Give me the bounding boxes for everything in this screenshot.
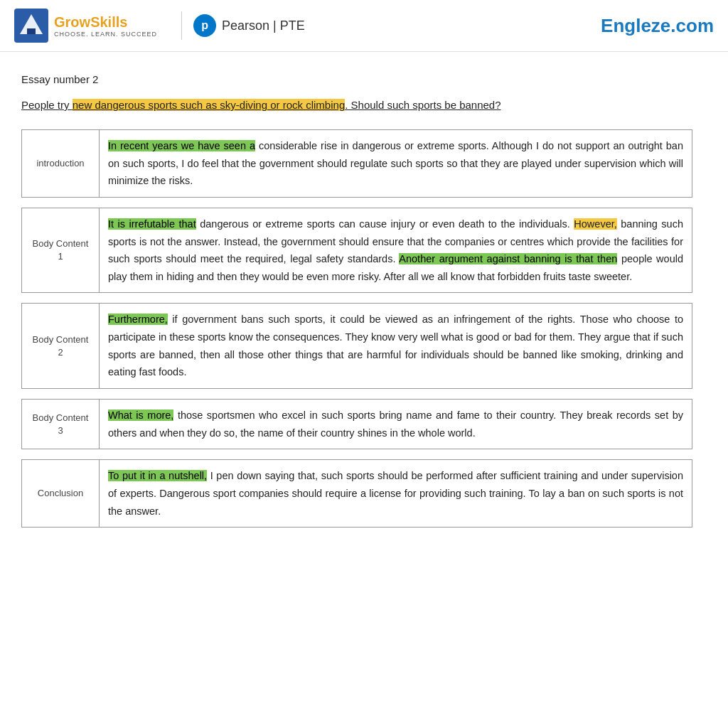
introduction-section: introduction In recent years we have see… [21,129,692,198]
body3-section: Body Content3 What is more, those sports… [21,399,692,449]
main-content: Essay number 2 People try new dangerous … [0,52,728,549]
essay-sections: introduction In recent years we have see… [21,129,692,528]
growskills-icon [14,9,48,43]
prompt-highlight: new dangerous sports such as sky-diving … [73,99,346,111]
body1-highlight1: It is irrefutable that [108,218,196,230]
growskills-name: GrowSkills [54,14,157,31]
body2-content: Furthermore, if government bans such spo… [100,303,692,389]
header: GrowSkills CHOOSE. LEARN. SUCCEED p Pear… [0,0,728,52]
body1-label: Body Content1 [21,208,100,294]
growskills-text: GrowSkills CHOOSE. LEARN. SUCCEED [54,14,157,38]
introduction-label: introduction [21,129,100,198]
body3-label: Body Content3 [21,399,100,449]
prompt-text-before: People try [21,99,73,111]
body2-label: Body Content2 [21,303,100,389]
pearson-text: Pearson | PTE [222,18,305,33]
conclusion-content: To put it in a nutshell, I pen down sayi… [100,459,692,528]
introduction-content: In recent years we have seen a considera… [100,129,692,198]
conclusion-highlight: To put it in a nutshell, [108,470,207,481]
body2-highlight: Furthermore, [108,314,168,325]
body1-highlight2: However, [574,218,616,230]
body1-highlight3: Another argument against banning is that… [399,253,617,264]
growskills-logo: GrowSkills CHOOSE. LEARN. SUCCEED [14,9,157,43]
body3-content: What is more, those sportsmen who excel … [100,399,692,449]
body2-section: Body Content2 Furthermore, if government… [21,303,692,389]
svg-rect-2 [27,28,36,34]
body1-content: It is irrefutable that dangerous or extr… [100,208,692,294]
essay-prompt: People try new dangerous sports such as … [21,97,692,114]
prompt-text-after: . Should such sports be banned? [345,99,500,111]
header-divider [181,11,182,40]
engleze-logo: Engleze.com [601,15,714,37]
growskills-tagline: CHOOSE. LEARN. SUCCEED [54,31,157,38]
pearson-icon: p [193,14,216,37]
conclusion-section: Conclusion To put it in a nutshell, I pe… [21,459,692,528]
pearson-logo: p Pearson | PTE [193,14,305,37]
body1-section: Body Content1 It is irrefutable that dan… [21,208,692,294]
intro-highlight: In recent years we have seen a [108,140,255,151]
body3-highlight: What is more, [108,410,173,421]
essay-title: Essay number 2 [21,73,692,85]
conclusion-label: Conclusion [21,459,100,528]
